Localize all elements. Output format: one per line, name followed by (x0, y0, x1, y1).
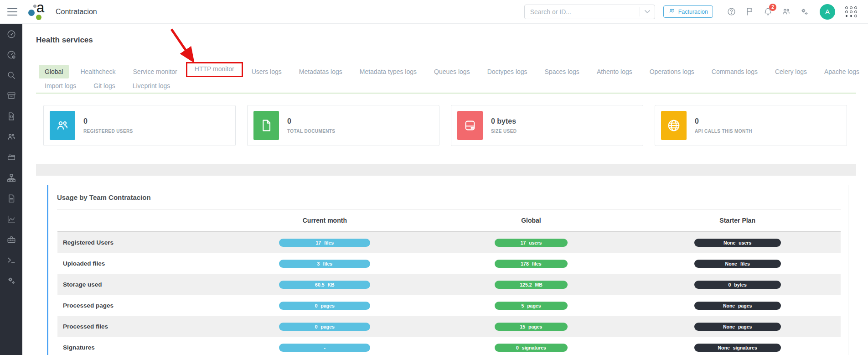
stat-value: 0 (695, 117, 752, 125)
dashboard-icon[interactable] (6, 29, 16, 39)
bell-icon[interactable]: 2 (762, 6, 773, 17)
toolbox-icon[interactable] (6, 235, 16, 245)
team-icon[interactable] (6, 132, 16, 142)
usage-panel: Usage by Team Contratacion Current month… (47, 185, 848, 355)
value-pill: 0 pages (279, 302, 370, 310)
tab-operations-logs[interactable]: Operations logs (644, 65, 700, 78)
tab-healthcheck[interactable]: Healthcheck (74, 65, 121, 78)
tab-import-logs[interactable]: Import logs (39, 79, 82, 93)
value-pill: - (279, 344, 370, 352)
stat-card-size-used: 0 bytes SIZE USED (451, 105, 643, 146)
tabs-row-1: Global Healthcheck Service monitor HTTP … (39, 65, 856, 78)
value-pill: 0 signatures (495, 344, 568, 352)
row-label: Storage used (57, 281, 222, 288)
value-pill: 15 pages (495, 323, 568, 331)
document-icon[interactable] (6, 193, 16, 204)
table-row: Signatures - 0 signatures None signature… (57, 337, 841, 355)
tab-apache-logs[interactable]: Apache logs (818, 65, 865, 78)
value-pill: 0 pages (279, 323, 370, 331)
row-label: Processed pages (57, 302, 222, 309)
storage-icon (457, 111, 483, 140)
app-title: Contratacion (56, 8, 97, 16)
facturacion-button[interactable]: Facturacion (663, 5, 713, 18)
archive-icon[interactable] (6, 91, 16, 101)
row-label: Registered Users (57, 239, 222, 246)
team-icon[interactable] (780, 6, 791, 17)
notification-badge: 2 (769, 4, 776, 11)
search-icon[interactable] (6, 70, 16, 80)
stat-cards: 0 REGISTERED USERS 0 TOTAL DOCUMENTS (43, 105, 847, 146)
tabs: Global Healthcheck Service monitor HTTP … (36, 65, 856, 94)
stat-card-api-calls: 0 API CALLS THIS MONTH (655, 105, 847, 146)
sitemap-icon[interactable] (6, 173, 16, 183)
value-pill: 125.2 MB (495, 281, 568, 289)
column-header-current-month: Current month (222, 217, 428, 224)
row-label: Uploaded files (57, 260, 222, 267)
value-pill: 0 bytes (694, 281, 781, 289)
performance-gauge-icon[interactable] (6, 50, 16, 60)
tab-metadatas-logs[interactable]: Metadatas logs (293, 65, 348, 78)
stat-label: SIZE USED (491, 129, 517, 134)
search-input[interactable] (525, 8, 640, 16)
tab-http-monitor-wrap: HTTP monitor (189, 65, 240, 78)
value-pill: None pages (694, 302, 781, 310)
chart-icon[interactable] (6, 214, 16, 224)
usage-table-header: Current month Global Starter Plan (57, 210, 841, 232)
table-row: Processed files 0 pages 15 pages None pa… (57, 316, 841, 337)
document-icon (253, 111, 279, 140)
users-icon (50, 111, 75, 140)
table-row: Processed pages 0 pages 5 pages None pag… (57, 295, 841, 316)
table-row: Storage used 60.5 KB 125.2 MB 0 bytes (57, 274, 841, 295)
left-sidebar (0, 24, 22, 355)
apps-grid-icon[interactable] (845, 6, 857, 17)
flag-icon[interactable] (744, 6, 755, 17)
value-pill: 178 files (495, 260, 568, 268)
top-header: a Contratacion Facturacion (0, 0, 868, 24)
stat-label: TOTAL DOCUMENTS (287, 129, 335, 134)
file-code-icon[interactable] (6, 111, 16, 121)
value-pill: 5 pages (495, 302, 568, 310)
value-pill: None users (694, 239, 781, 247)
tab-metadata-types-logs[interactable]: Metadata types logs (354, 65, 423, 78)
folders-icon[interactable] (6, 152, 16, 162)
stat-value: 0 (83, 117, 133, 125)
tab-spaces-logs[interactable]: Spaces logs (539, 65, 585, 78)
help-icon[interactable] (726, 6, 737, 17)
table-row: Uploaded files 3 files 178 files None fi… (57, 253, 841, 274)
tab-queues-logs[interactable]: Queues logs (428, 65, 476, 78)
athento-logo: a (26, 1, 47, 22)
stat-label: REGISTERED USERS (83, 129, 133, 134)
row-label: Signatures (57, 344, 222, 351)
search-box (524, 5, 655, 19)
tab-global[interactable]: Global (39, 65, 69, 78)
tab-celery-logs[interactable]: Celery logs (769, 65, 813, 78)
avatar[interactable]: A (820, 4, 835, 20)
services-icon[interactable] (6, 276, 16, 286)
gears-icon[interactable] (799, 6, 810, 17)
tab-http-monitor[interactable]: HTTP monitor (189, 62, 240, 76)
value-pill: 60.5 KB (279, 281, 370, 289)
value-pill: None pages (694, 323, 781, 331)
value-pill: None files (694, 260, 781, 268)
chevron-down-icon[interactable] (640, 10, 655, 14)
tab-doctypes-logs[interactable]: Doctypes logs (481, 65, 533, 78)
main-content: Health services Global Healthcheck Servi… (22, 24, 868, 355)
logo-dot-gray (33, 5, 36, 8)
tab-liveprint-logs[interactable]: Liveprint logs (127, 79, 176, 93)
column-header-global: Global (428, 217, 635, 224)
tab-git-logs[interactable]: Git logs (88, 79, 121, 93)
value-pill: 17 files (279, 239, 370, 247)
tab-users-logs[interactable]: Users logs (246, 65, 288, 78)
row-label: Processed files (57, 323, 222, 330)
hamburger-menu-icon[interactable] (7, 8, 17, 16)
page-title: Health services (36, 36, 856, 45)
tab-service-monitor[interactable]: Service monitor (127, 65, 183, 78)
tab-athento-logs[interactable]: Athento logs (591, 65, 638, 78)
terminal-icon[interactable] (6, 255, 16, 265)
stat-value: 0 (287, 117, 335, 125)
column-header-starter-plan: Starter Plan (634, 217, 841, 224)
team-icon (668, 7, 676, 16)
collapsed-panel-bar (36, 164, 856, 176)
value-pill: None signatures (694, 344, 781, 352)
tab-commands-logs[interactable]: Commands logs (706, 65, 764, 78)
